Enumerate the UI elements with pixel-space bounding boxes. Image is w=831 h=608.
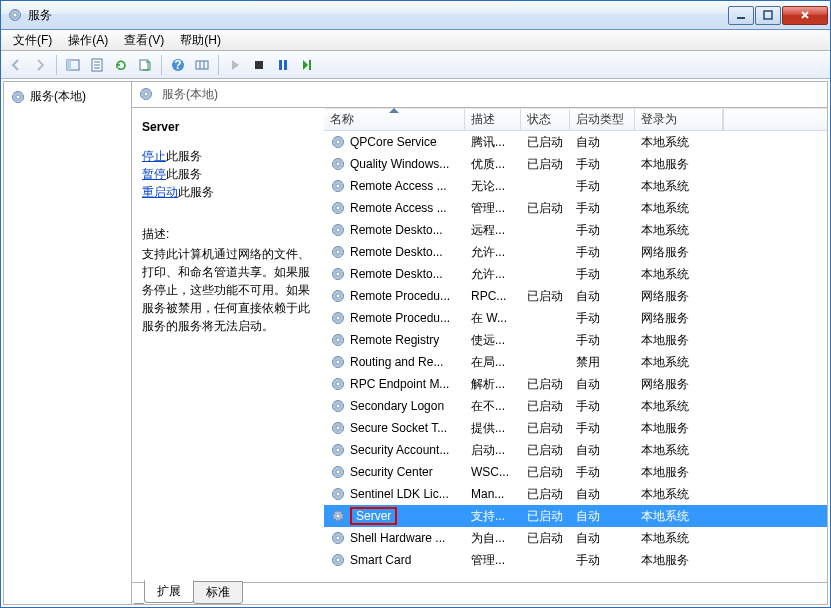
service-icon (330, 420, 346, 436)
service-startup: 禁用 (570, 354, 635, 371)
service-icon (330, 464, 346, 480)
service-row[interactable]: Remote Procedu...RPC...已启动自动网络服务 (324, 285, 827, 307)
close-button[interactable] (782, 6, 828, 25)
refresh-button[interactable] (110, 54, 132, 76)
service-row[interactable]: Shell Hardware ...为自...已启动自动本地系统 (324, 527, 827, 549)
tab-extended[interactable]: 扩展 (144, 580, 194, 603)
service-desc: 提供... (465, 420, 521, 437)
show-hide-tree-button[interactable] (62, 54, 84, 76)
service-row[interactable]: Remote Access ...无论...手动本地系统 (324, 175, 827, 197)
maximize-button[interactable] (755, 6, 781, 25)
service-logon: 本地系统 (635, 530, 723, 547)
stop-link[interactable]: 停止 (142, 149, 166, 163)
service-icon (330, 530, 346, 546)
col-name[interactable]: 名称 (324, 109, 465, 130)
service-row[interactable]: Server支持...已启动自动本地系统 (324, 505, 827, 527)
pause-link[interactable]: 暂停 (142, 167, 166, 181)
restart-service-button[interactable] (296, 54, 318, 76)
service-startup: 自动 (570, 376, 635, 393)
pause-service-button[interactable] (272, 54, 294, 76)
service-name: Remote Procedu... (350, 311, 450, 325)
service-startup: 手动 (570, 244, 635, 261)
details-header-text: 服务(本地) (162, 86, 218, 103)
service-status: 已启动 (521, 486, 570, 503)
restart-link[interactable]: 重启动 (142, 185, 178, 199)
service-name: Remote Access ... (350, 179, 447, 193)
service-desc: 解析... (465, 376, 521, 393)
service-row[interactable]: Routing and Re...在局...禁用本地系统 (324, 351, 827, 373)
service-row[interactable]: Remote Deskto...允许...手动网络服务 (324, 241, 827, 263)
service-desc: 支持... (465, 508, 521, 525)
service-logon: 网络服务 (635, 244, 723, 261)
export-button[interactable] (134, 54, 156, 76)
col-status[interactable]: 状态 (521, 109, 570, 130)
service-row[interactable]: Smart Card管理...手动本地服务 (324, 549, 827, 571)
service-logon: 本地服务 (635, 332, 723, 349)
toolbar: ? (1, 51, 830, 79)
selected-service-name: Server (142, 120, 314, 134)
menu-help[interactable]: 帮助(H) (172, 30, 229, 51)
service-desc: 无论... (465, 178, 521, 195)
service-logon: 本地系统 (635, 508, 723, 525)
service-row[interactable]: Remote Deskto...远程...手动本地系统 (324, 219, 827, 241)
service-status: 已启动 (521, 464, 570, 481)
service-row[interactable]: Security CenterWSC...已启动手动本地服务 (324, 461, 827, 483)
service-icon (330, 398, 346, 414)
svg-rect-16 (255, 61, 263, 69)
service-name: Remote Registry (350, 333, 439, 347)
service-row[interactable]: QPCore Service腾讯...已启动自动本地系统 (324, 131, 827, 153)
menubar: 文件(F) 操作(A) 查看(V) 帮助(H) (1, 30, 830, 51)
help-button[interactable]: ? (167, 54, 189, 76)
window-title: 服务 (28, 7, 727, 24)
service-row[interactable]: Remote Registry使远...手动本地服务 (324, 329, 827, 351)
svg-rect-3 (764, 11, 772, 19)
service-name: Secure Socket T... (350, 421, 447, 435)
service-row[interactable]: Security Account...启动...已启动自动本地系统 (324, 439, 827, 461)
stop-service-button[interactable] (248, 54, 270, 76)
back-button[interactable] (5, 54, 27, 76)
services-icon (7, 7, 23, 23)
service-row[interactable]: Secure Socket T...提供...已启动手动本地服务 (324, 417, 827, 439)
tree-pane: 服务(本地) (4, 82, 132, 604)
service-icon (330, 200, 346, 216)
service-row[interactable]: Remote Procedu...在 W...手动网络服务 (324, 307, 827, 329)
service-startup: 自动 (570, 442, 635, 459)
minimize-button[interactable] (728, 6, 754, 25)
menu-view[interactable]: 查看(V) (116, 30, 172, 51)
service-row[interactable]: Remote Deskto...允许...手动本地系统 (324, 263, 827, 285)
service-startup: 手动 (570, 332, 635, 349)
service-name: Routing and Re... (350, 355, 443, 369)
services-grid: 名称 描述 状态 启动类型 登录为 QPCore Service腾讯...已启动… (324, 108, 827, 582)
service-row[interactable]: Secondary Logon在不...已启动手动本地系统 (324, 395, 827, 417)
service-desc: 在不... (465, 398, 521, 415)
service-logon: 网络服务 (635, 288, 723, 305)
titlebar[interactable]: 服务 (1, 1, 830, 30)
forward-button[interactable] (29, 54, 51, 76)
service-startup: 自动 (570, 530, 635, 547)
tab-standard[interactable]: 标准 (193, 581, 243, 604)
columns-button[interactable] (191, 54, 213, 76)
service-icon (330, 486, 346, 502)
grid-body[interactable]: QPCore Service腾讯...已启动自动本地系统Quality Wind… (324, 131, 827, 582)
properties-button[interactable] (86, 54, 108, 76)
col-startup[interactable]: 启动类型 (570, 109, 635, 130)
service-row[interactable]: Sentinel LDK Lic...Man...已启动自动本地系统 (324, 483, 827, 505)
service-icon (330, 134, 346, 150)
menu-file[interactable]: 文件(F) (5, 30, 60, 51)
service-icon (330, 354, 346, 370)
service-logon: 本地系统 (635, 398, 723, 415)
service-row[interactable]: RPC Endpoint M...解析...已启动自动网络服务 (324, 373, 827, 395)
col-logon[interactable]: 登录为 (635, 109, 723, 130)
svg-rect-5 (67, 60, 71, 70)
service-desc: Man... (465, 487, 521, 501)
col-desc[interactable]: 描述 (465, 109, 521, 130)
tree-root[interactable]: 服务(本地) (8, 86, 127, 107)
service-row[interactable]: Quality Windows...优质...已启动手动本地服务 (324, 153, 827, 175)
service-name: Security Account... (350, 443, 449, 457)
service-icon (330, 244, 346, 260)
menu-action[interactable]: 操作(A) (60, 30, 116, 51)
view-tabs: 扩展 标准 (132, 582, 827, 604)
service-icon (330, 222, 346, 238)
service-row[interactable]: Remote Access ...管理...已启动手动本地系统 (324, 197, 827, 219)
start-service-button[interactable] (224, 54, 246, 76)
